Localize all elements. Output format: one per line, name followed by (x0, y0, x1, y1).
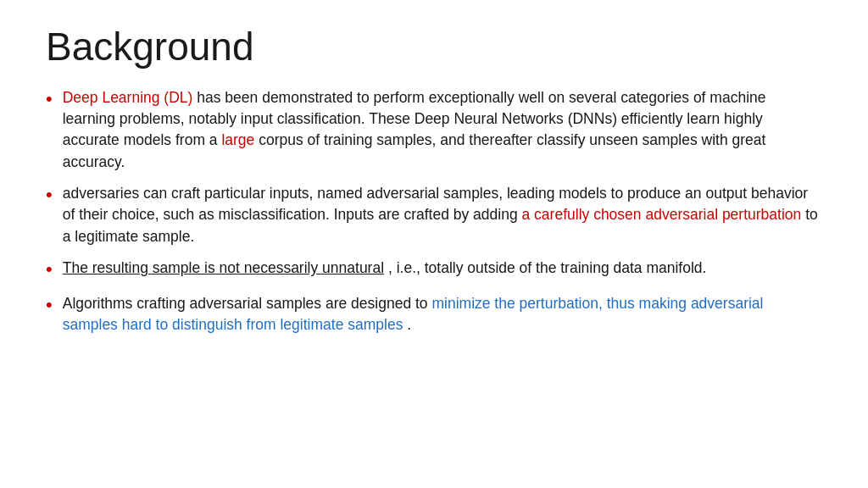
bullet-3-text-1: , i.e., totally outside of the training … (388, 259, 707, 276)
bullet-dot: • (46, 291, 53, 319)
bullet-dot: • (46, 86, 53, 113)
bullet-dot: • (46, 181, 53, 208)
bullet-4-text-1: Algorithms crafting adversarial samples … (63, 295, 432, 312)
list-item: • adversaries can craft particular input… (46, 183, 822, 247)
unnatural-label: The resulting sample is not necessarily … (63, 259, 384, 276)
bullet-content: Deep Learning (DL) has been demonstrated… (63, 87, 822, 174)
list-item: • The resulting sample is not necessaril… (46, 258, 822, 283)
bullet-content: Algorithms crafting adversarial samples … (63, 293, 822, 336)
bullet-content: adversaries can craft particular inputs,… (63, 183, 822, 247)
large-label: large (221, 131, 254, 148)
list-item: • Deep Learning (DL) has been demonstrat… (46, 87, 822, 174)
slide: Background • Deep Learning (DL) has been… (0, 0, 868, 488)
bullet-list: • Deep Learning (DL) has been demonstrat… (46, 87, 822, 336)
list-item: • Algorithms crafting adversarial sample… (46, 293, 822, 336)
bullet-content: The resulting sample is not necessarily … (63, 258, 822, 279)
bullet-4-text-2: . (407, 316, 411, 333)
slide-title: Background (46, 25, 822, 69)
bullet-dot: • (46, 256, 53, 283)
adversarial-perturbation-label: a carefully chosen adversarial perturbat… (522, 206, 802, 223)
deep-learning-label: Deep Learning (DL) (63, 89, 193, 106)
